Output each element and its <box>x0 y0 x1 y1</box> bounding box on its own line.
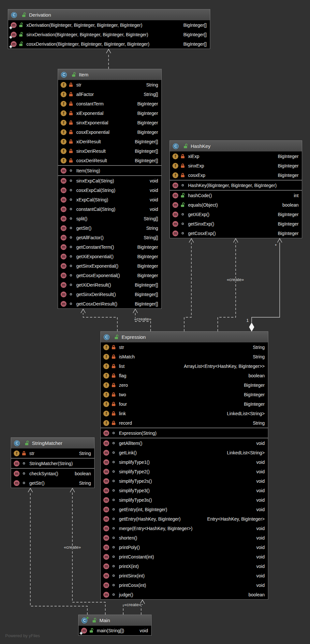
member-row[interactable]: mxExpCal(String)void <box>58 195 161 204</box>
member-row[interactable]: msplit()String[] <box>58 214 161 223</box>
member-row[interactable]: mgetEntry(HashKey, BigInteger)Entry<Hash… <box>101 514 268 524</box>
member-row[interactable]: fisMatchString <box>101 352 268 361</box>
member-name: str <box>119 345 124 350</box>
member-row[interactable]: mcosxDerivation(BigInteger, BigInteger, … <box>8 39 210 49</box>
public-lock-icon <box>19 23 23 27</box>
class-node-item[interactable]: CItemfstrStringfallFactorString[]fconsta… <box>58 69 162 309</box>
member-row[interactable]: mprintPoly()void <box>101 542 268 552</box>
member-row[interactable]: mgetXiDeriResult()BigInteger[] <box>58 280 161 290</box>
icon-part <box>69 120 73 125</box>
member-row[interactable]: mequals(Object)boolean <box>170 200 302 210</box>
member-row[interactable]: flistArrayList<Entry<HashKey, BigInteger… <box>101 361 268 371</box>
class-node-stringmatcher[interactable]: CStringMatcherfstrStringmStringMatcher(S… <box>11 437 95 488</box>
field-icon-letter: f <box>16 451 17 456</box>
member-row[interactable]: mjudge()boolean <box>101 590 268 599</box>
member-name: isMatch <box>119 354 135 359</box>
class-header[interactable]: CDerivation <box>8 9 210 20</box>
member-row[interactable]: mcheckSyntax()boolean <box>11 469 94 478</box>
member-row[interactable]: mmerge(Entry<HashKey, BigInteger>)void <box>101 524 268 533</box>
member-row[interactable]: fconstantTermBigInteger <box>58 99 161 108</box>
member-row[interactable]: fxiDeriResultBigInteger[] <box>58 137 161 146</box>
method-icon-letter: m <box>62 216 66 221</box>
member-row[interactable]: msimplifyType2()void <box>101 467 268 476</box>
member-name: constantTerm <box>76 101 104 106</box>
member-type: void <box>145 207 158 212</box>
member-row[interactable]: mcosxExpCal(String)void <box>58 185 161 195</box>
member-row[interactable]: mgetCosxExponential()BigInteger <box>58 271 161 280</box>
member-row[interactable]: mgetSinxExp()BigInteger <box>170 219 302 228</box>
class-node-derivation[interactable]: CDerivationmxDerivation(BigInteger, BigI… <box>8 9 210 49</box>
member-row[interactable]: fstrString <box>11 448 94 458</box>
member-row[interactable]: mgetAllItem()void <box>101 438 268 448</box>
member-row[interactable]: flinkLinkedList<String> <box>101 409 268 418</box>
member-row[interactable]: mxDerivation(BigInteger, BigInteger, Big… <box>8 20 210 30</box>
member-row[interactable]: mItem(String) <box>58 166 161 175</box>
member-row[interactable]: msimplifyType3()void <box>101 486 268 495</box>
member-row[interactable]: fcosxDeriResultBigInteger[] <box>58 156 161 165</box>
member-row[interactable]: fxiExponentialBigInteger <box>58 108 161 118</box>
member-row[interactable]: mgetEntry(int, BigInteger)void <box>101 505 268 514</box>
member-row[interactable]: fxiExpBigInteger <box>170 151 302 161</box>
member-row[interactable]: mgetXiExp()BigInteger <box>170 210 302 219</box>
members-section: mcheckSyntax()booleanmgetStr()String <box>11 468 94 488</box>
member-row[interactable]: fsinxExpBigInteger <box>170 161 302 170</box>
member-type: BigInteger <box>273 231 299 236</box>
class-header[interactable]: CExpression <box>101 332 268 342</box>
member-row[interactable]: fallFactorString[] <box>58 89 161 99</box>
member-row[interactable]: fzeroBigInteger <box>101 380 268 390</box>
class-node-hashkey[interactable]: CHashKeyfxiExpBigIntegerfsinxExpBigInteg… <box>170 140 302 238</box>
member-row[interactable]: mshorten()void <box>101 533 268 542</box>
class-header[interactable]: CHashKey <box>170 141 302 151</box>
member-name: equals(Object) <box>188 202 218 208</box>
members-section: mxDerivation(BigInteger, BigInteger, Big… <box>8 20 210 49</box>
member-row[interactable]: mconstantCal(String)void <box>58 204 161 214</box>
member-row[interactable]: mgetStr()String <box>58 223 161 233</box>
member-row[interactable]: mprintCosx(int)void <box>101 580 268 590</box>
default-visibility-icon <box>111 432 116 434</box>
member-row[interactable]: mgetSinxExponential()BigInteger <box>58 261 161 271</box>
member-row[interactable]: ftwoBigInteger <box>101 390 268 399</box>
member-row[interactable]: fstrString <box>101 342 268 352</box>
member-row[interactable]: mExpression(String) <box>101 428 268 438</box>
member-type: BigInteger <box>133 244 158 250</box>
member-row[interactable]: msinxDerivation(BigInteger, BigInteger, … <box>8 30 210 39</box>
member-row[interactable]: fcosxExpBigInteger <box>170 170 302 180</box>
public-lock-icon <box>19 42 23 46</box>
member-row[interactable]: mgetStr()String <box>11 478 94 488</box>
member-row[interactable]: mgetCosxExp()BigInteger <box>170 228 302 238</box>
member-row[interactable]: fcosxExponentialBigInteger <box>58 127 161 137</box>
class-header[interactable]: CMain <box>79 615 151 626</box>
member-row[interactable]: fsinxExponentialBigInteger <box>58 118 161 127</box>
member-row[interactable]: mgetLink()LinkedList<String> <box>101 448 268 457</box>
member-row[interactable]: mHashKey(BigInteger, BigInteger, BigInte… <box>170 181 302 190</box>
member-row[interactable]: msimplifyType1()void <box>101 457 268 467</box>
member-row[interactable]: msimplifyType3s()void <box>101 495 268 505</box>
member-row[interactable]: fsinxDeriResultBigInteger[] <box>58 146 161 156</box>
method-icon: m <box>172 212 178 217</box>
member-row[interactable]: mgetConstantTerm()BigInteger <box>58 242 161 252</box>
icon-part <box>112 593 115 596</box>
class-node-expression[interactable]: CExpressionfstrStringfisMatchStringflist… <box>100 331 268 600</box>
member-row[interactable]: msinxExpCal(String)void <box>58 176 161 185</box>
member-row[interactable]: msimplifyType2s()void <box>101 476 268 486</box>
member-row[interactable]: mStringMatcher(String) <box>11 459 94 468</box>
class-node-main[interactable]: CMainmmain(String[])void <box>78 615 152 636</box>
member-row[interactable]: mhashCode()int <box>170 191 302 200</box>
member-row[interactable]: fflagboolean <box>101 371 268 380</box>
member-name: shorten() <box>119 535 137 541</box>
member-row[interactable]: mgetAllFactor()String[] <box>58 233 161 242</box>
member-row[interactable]: mprintSinx(int)void <box>101 571 268 580</box>
icon-part <box>182 232 184 234</box>
member-name: allFactor <box>76 92 94 97</box>
member-row[interactable]: mgetCosxDeriResult()BigInteger[] <box>58 299 161 308</box>
member-row[interactable]: mprintConstant(int)void <box>101 552 268 561</box>
member-row[interactable]: frecordString <box>101 418 268 428</box>
member-row[interactable]: mgetXiExponential()BigInteger <box>58 252 161 261</box>
member-row[interactable]: mgetSinxDeriResult()BigInteger[] <box>58 290 161 299</box>
member-row[interactable]: fstrString <box>58 80 161 89</box>
member-row[interactable]: mmain(String[])void <box>79 626 151 635</box>
class-header[interactable]: CStringMatcher <box>11 438 94 448</box>
member-row[interactable]: mprintX(int)void <box>101 561 268 571</box>
class-header[interactable]: CItem <box>58 69 161 80</box>
member-row[interactable]: ffourBigInteger <box>101 399 268 409</box>
